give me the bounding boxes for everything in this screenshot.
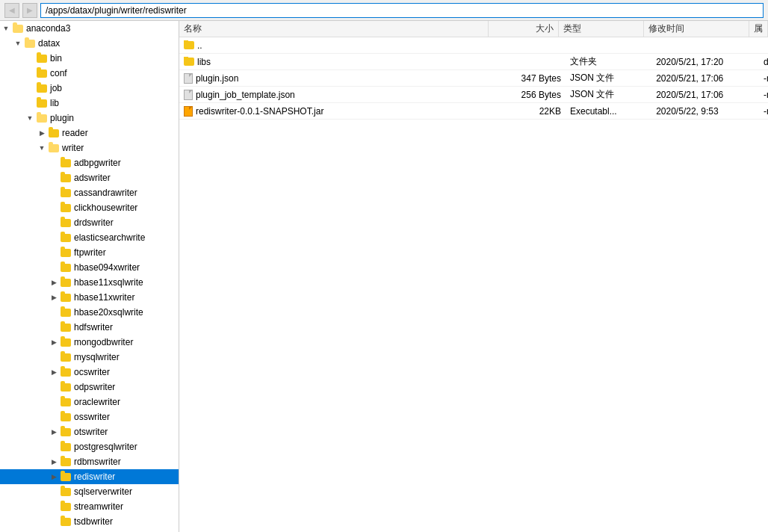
tree-item-anaconda3[interactable]: ▼anaconda3	[0, 21, 179, 36]
tree-label: odpswriter	[74, 382, 115, 392]
tree-expander[interactable]: ▼	[24, 112, 36, 124]
tree-item-postgresqlwriter[interactable]: postgresqlwriter	[0, 439, 179, 454]
tree-item-cassandrawriter[interactable]: cassandrawriter	[0, 185, 179, 200]
tree-expander[interactable]: ▶	[48, 426, 60, 438]
tree-item-oraclewriter[interactable]: oraclewriter	[0, 395, 179, 409]
folder-icon	[60, 279, 72, 287]
file-row[interactable]: plugin.json347 BytesJSON 文件2020/5/21, 17…	[179, 70, 768, 87]
tree-expander[interactable]	[48, 262, 60, 273]
tree-item-clickhousewriter[interactable]: clickhousewriter	[0, 200, 179, 215]
tree-item-writer[interactable]: ▼writer	[0, 140, 179, 155]
col-header-attr[interactable]: 属	[749, 21, 768, 37]
file-row[interactable]: ..	[179, 37, 768, 54]
tree-expander[interactable]: ▶	[48, 366, 60, 378]
tree-expander[interactable]	[48, 351, 60, 363]
tree-expander[interactable]: ▶	[36, 127, 48, 139]
address-path[interactable]: /apps/datax/plugin/writer/rediswriter	[40, 3, 764, 18]
folder-icon	[60, 249, 72, 257]
tree-item-ocswriter[interactable]: ▶ocswriter	[0, 365, 179, 380]
tree-item-sqlserverwriter[interactable]: sqlserverwriter	[0, 484, 179, 499]
jar-icon	[184, 106, 193, 117]
tree-expander[interactable]	[48, 247, 60, 259]
tree-label: adbpgwriter	[74, 158, 121, 168]
tree-expander[interactable]	[24, 52, 36, 64]
tree-item-hbase11xwriter[interactable]: ▶hbase11xwriter	[0, 290, 179, 305]
back-button[interactable]: ◀	[4, 3, 19, 18]
tree-item-mongodbwriter[interactable]: ▶mongodbwriter	[0, 335, 179, 350]
tree-item-streamwriter[interactable]: streamwriter	[0, 499, 179, 514]
tree-expander[interactable]	[48, 157, 60, 169]
tree-item-otswriter[interactable]: ▶otswriter	[0, 424, 179, 439]
tree-expander[interactable]: ▼	[12, 37, 24, 49]
tree-expander[interactable]	[24, 67, 36, 79]
file-name-text: rediswriter-0.0.1-SNAPSHOT.jar	[196, 106, 323, 117]
tree-label: postgresqlwriter	[74, 442, 137, 452]
folder-icon	[60, 518, 72, 526]
tree-item-elasticsearchwriter[interactable]: elasticsearchwrite	[0, 230, 179, 245]
file-icon	[184, 90, 193, 100]
tree-label: writer	[62, 143, 84, 153]
tree-item-datax[interactable]: ▼datax	[0, 36, 179, 51]
tree-item-lib[interactable]: lib	[0, 96, 179, 111]
tree-expander[interactable]	[48, 441, 60, 453]
tree-item-adbpgwriter[interactable]: adbpgwriter	[0, 155, 179, 170]
file-row[interactable]: plugin_job_template.json256 BytesJSON 文件…	[179, 87, 768, 103]
file-size-cell: 347 Bytes	[494, 73, 566, 84]
tree-expander[interactable]: ▶	[48, 336, 60, 348]
tree-expander[interactable]: ▶	[48, 276, 60, 288]
tree-item-hbase20xsqlwriter[interactable]: hbase20xsqlwrite	[0, 305, 179, 320]
file-row[interactable]: libs文件夹2020/5/21, 17:20dr	[179, 54, 768, 70]
tree-expander[interactable]	[48, 202, 60, 214]
tree-item-hdfswriter[interactable]: hdfswriter	[0, 320, 179, 335]
tree-expander[interactable]	[48, 306, 60, 318]
col-header-size[interactable]: 大小	[489, 21, 560, 37]
tree-expander[interactable]: ▶	[48, 471, 60, 483]
tree-item-odpswriter[interactable]: odpswriter	[0, 380, 179, 395]
tree-expander[interactable]	[48, 172, 60, 184]
tree-item-reader[interactable]: ▶reader	[0, 126, 179, 140]
tree-expander[interactable]	[48, 411, 60, 423]
tree-item-conf[interactable]: conf	[0, 66, 179, 81]
tree-item-adswriter[interactable]: adswriter	[0, 170, 179, 185]
tree-item-rdbmswriter[interactable]: ▶rdbmswriter	[0, 454, 179, 469]
tree-label: sqlserverwriter	[74, 486, 132, 497]
tree-item-rediswriter[interactable]: ▶rediswriter	[0, 469, 179, 484]
tree-item-plugin[interactable]: ▼plugin	[0, 111, 179, 126]
tree-label: elasticsearchwrite	[74, 232, 145, 243]
tree-expander[interactable]	[48, 516, 60, 528]
col-header-name[interactable]: 名称	[179, 21, 489, 37]
tree-item-job[interactable]: job	[0, 81, 179, 96]
tree-expander[interactable]: ▼	[36, 142, 48, 154]
tree-expander[interactable]	[48, 396, 60, 408]
tree-item-hbase11xsqlwriter[interactable]: ▶hbase11xsqlwrite	[0, 275, 179, 290]
tree-item-osswriter[interactable]: osswriter	[0, 409, 179, 424]
tree-expander[interactable]	[48, 217, 60, 229]
tree-expander[interactable]	[48, 232, 60, 244]
tree-item-bin[interactable]: bin	[0, 51, 179, 66]
tree-item-drdswriter[interactable]: drdswriter	[0, 215, 179, 230]
file-row[interactable]: rediswriter-0.0.1-SNAPSHOT.jar22KBExecut…	[179, 103, 768, 120]
tree-expander[interactable]: ▶	[48, 456, 60, 468]
tree-item-tsdbwriter[interactable]: tsdbwriter	[0, 514, 179, 529]
tree-expander[interactable]	[48, 486, 60, 498]
tree-expander[interactable]	[48, 321, 60, 333]
tree-expander[interactable]	[24, 97, 36, 109]
tree-label: ftpwriter	[74, 247, 106, 258]
tree-expander[interactable]	[48, 187, 60, 199]
folder-icon	[60, 309, 72, 317]
tree-item-mysqlwriter[interactable]: mysqlwriter	[0, 350, 179, 365]
col-header-modified[interactable]: 修改时间	[644, 21, 750, 37]
tree-expander[interactable]: ▶	[48, 291, 60, 303]
file-modified-cell: 2020/5/21, 17:20	[651, 57, 759, 67]
col-header-type[interactable]: 类型	[559, 21, 643, 37]
folder-icon	[60, 338, 72, 347]
tree-expander[interactable]	[48, 381, 60, 393]
file-name-cell: libs	[179, 57, 494, 67]
tree-expander[interactable]	[48, 501, 60, 513]
tree-expander[interactable]	[24, 82, 36, 94]
tree-item-ftpwriter[interactable]: ftpwriter	[0, 245, 179, 260]
forward-button[interactable]: ▶	[22, 3, 37, 18]
tree-expander[interactable]: ▼	[0, 22, 12, 34]
file-modified-cell: 2020/5/22, 9:53	[651, 106, 759, 117]
tree-item-hbase094xwriter[interactable]: hbase094xwriter	[0, 260, 179, 275]
